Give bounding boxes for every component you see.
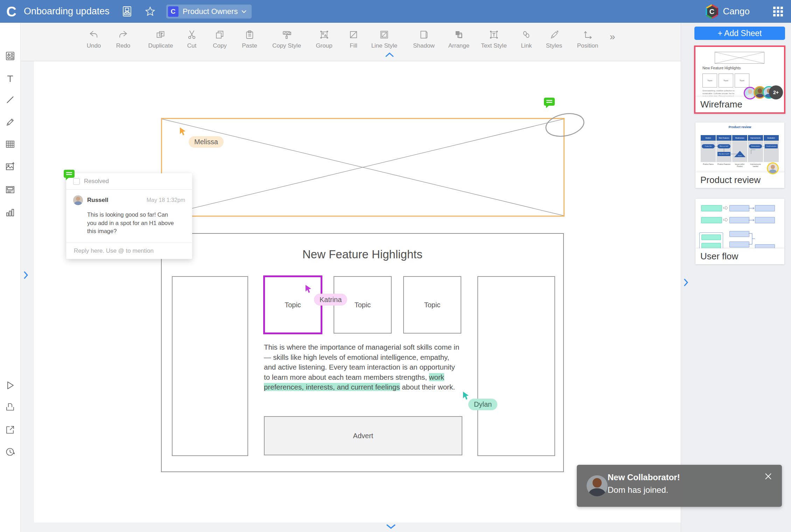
add-sheet-button[interactable]: + Add Sheet [694,27,785,40]
shapes-tool-icon[interactable] [5,50,16,62]
copy-style-button[interactable]: Copy Style [272,29,301,49]
cut-button[interactable]: Cut [186,29,197,49]
toolbar-overflow-button[interactable]: » [610,31,615,42]
sheet-card-user-flow[interactable]: User flow [695,199,784,264]
comment-popup-header: Resolved [66,173,192,190]
mini-topic-1: Topic [702,74,717,88]
mini-pr-sublabel: Product Features [716,163,732,166]
redo-button[interactable]: Redo [116,29,131,49]
favorite-star-icon[interactable] [145,6,156,17]
text-style-icon [488,29,499,40]
mini-uf-blue-box [729,231,749,237]
mini-topic-2: Topic [719,74,733,88]
mini-pr-sublabel: Improvements needed [748,163,763,167]
mini-uf-connector [749,219,756,221]
mini-pr-connectors [701,141,779,162]
position-icon [582,29,593,40]
sheets-overview-icon[interactable] [121,6,133,18]
expand-left-panel-chevron[interactable] [23,271,29,279]
app-logo-icon[interactable]: C [6,5,18,19]
mini-uf-mint-box [701,205,722,211]
text-style-button[interactable]: Text Style [481,29,507,49]
russell-presence-avatar [767,162,779,174]
svg-text:C: C [709,8,714,15]
resolved-label: Resolved [84,178,109,185]
ellipse-annotation[interactable] [545,111,585,139]
toast-close-icon[interactable] [764,472,772,480]
arrange-button[interactable]: Arrange [448,29,469,49]
sheet-card-product-review[interactable]: Product review Ideation Main Features We… [695,122,784,188]
katrina-cursor [305,285,314,294]
dom-avatar [587,475,608,496]
export-icon[interactable] [5,424,16,435]
group-button[interactable]: Group [316,29,332,49]
expand-right-panel-chevron[interactable] [683,278,689,287]
pencil-tool-icon[interactable] [5,117,16,128]
comment-popup: Resolved Russell May 18 1:32pm This is l… [66,173,192,259]
mini-topic-3: Topic [735,74,749,88]
body-text-shape[interactable]: This is where the importance of manageri… [264,342,463,392]
mini-pr-sublabel: Product Name [701,163,716,166]
image-placeholder-shape[interactable] [161,118,565,217]
copy-icon [214,29,225,40]
image-tool-icon[interactable] [5,161,16,172]
mini-uf-mint-box [701,243,721,248]
duplicate-icon [155,29,166,40]
table-tool-icon[interactable] [5,139,16,150]
link-icon [521,29,532,40]
present-icon[interactable] [5,380,16,391]
fill-button[interactable]: Fill [348,29,359,49]
print-icon[interactable] [5,401,16,413]
diagram-canvas[interactable]: Melissa Resolved Russell May 18 1:32pm T… [34,61,681,523]
mini-pr-title: Product review [695,125,784,129]
link-button[interactable]: Link [521,29,532,49]
katrina-cursor-label: Katrina [314,294,347,306]
comment-timestamp: May 18 1:32pm [147,197,185,203]
wireframe-section-shape[interactable]: New Feature Highlights Topic Topic Topic… [161,233,564,472]
line-style-button[interactable]: Line Style [371,29,398,49]
paste-button[interactable]: Paste [242,29,257,49]
apps-grid-icon[interactable] [773,6,783,17]
undo-button[interactable]: Undo [87,29,101,49]
sheet-card-wireframe[interactable]: New Feature Highlights Topic Topic Topic… [694,46,785,114]
comment-marker-icon[interactable] [544,97,555,109]
frame-tool-icon[interactable] [5,184,16,195]
toolbar-collapse-chevron[interactable] [385,52,394,57]
mini-uf-blue-box [755,205,775,211]
text-tool-icon[interactable] [5,73,16,84]
styles-button[interactable]: Styles [546,29,562,49]
team-selector[interactable]: C Product Owners [166,5,252,19]
sheet-name-wireframe: Wireframe [695,96,784,112]
position-button[interactable]: Position [577,29,598,49]
comment-thread-icon[interactable] [63,169,75,181]
sheet-name-user-flow: User flow [695,248,784,264]
mini-pr-sublabel: Issues within Product [732,163,747,167]
paint-roller-icon [281,29,292,40]
sheet-name-product-review: Product review [695,172,784,188]
edit-toolbar: Undo Redo Duplicate Cut Copy Paste Copy … [20,23,681,61]
styles-pen-icon [548,29,560,40]
copy-button[interactable]: Copy [213,29,227,49]
comment-reply-input[interactable] [73,247,187,255]
duplicate-button[interactable]: Duplicate [148,29,173,49]
left-column-shape[interactable] [172,276,248,456]
toast-message: Dom has joined. [608,485,668,495]
expand-bottom-panel-chevron[interactable] [386,524,396,530]
line-style-icon [379,29,390,40]
comment-text: This is looking good so far! Can you add… [87,211,175,236]
chart-tool-icon[interactable] [5,207,16,218]
russell-avatar [73,195,83,205]
shadow-button[interactable]: Shadow [413,29,434,49]
right-column-shape[interactable] [477,276,555,456]
topic-box-3[interactable]: Topic [403,276,461,334]
brand-logo-icon[interactable]: C [705,4,719,19]
advert-box-shape[interactable]: Advert [264,416,462,455]
line-tool-icon[interactable] [5,94,16,105]
undo-icon [88,29,99,40]
mini-pr-col: Weaknesses [732,135,747,141]
history-icon[interactable] [5,446,16,457]
mini-pr-col: Ideation [701,135,716,141]
document-title: Onboarding updates [24,6,110,17]
chevron-down-icon [241,10,247,13]
mini-uf-mint-box [701,217,722,223]
